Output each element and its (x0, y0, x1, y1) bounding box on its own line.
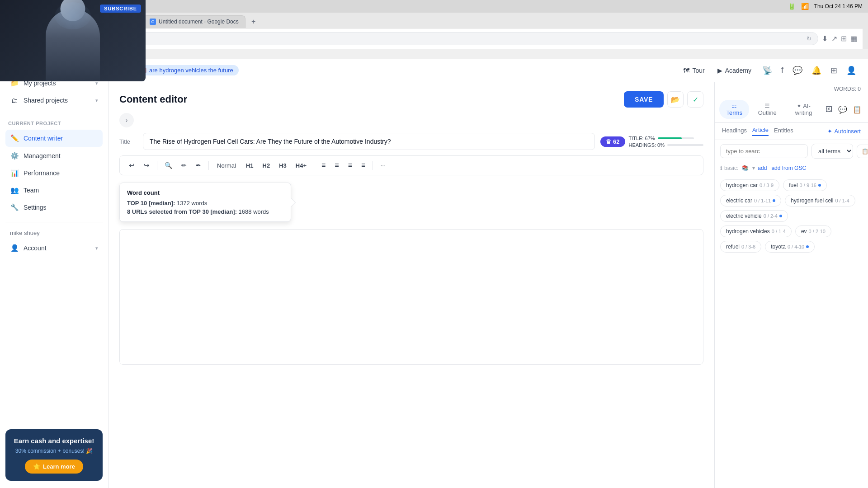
title-input[interactable] (143, 133, 595, 150)
reload-icon[interactable]: ↻ (807, 35, 811, 42)
settings-icon: 🔧 (10, 203, 19, 212)
term-count: 0 / 1-11 (754, 198, 771, 203)
management-label: Management (24, 152, 61, 160)
radio-icon[interactable]: 📡 (760, 63, 775, 78)
undo-button[interactable]: ↩ (125, 160, 138, 171)
article-subtab-label: Article (752, 127, 769, 133)
term-hydrogen-fuel-cell[interactable]: hydrogen fuel cell 0 / 1-4 (785, 195, 855, 206)
term-ev[interactable]: ev 0 / 2-10 (795, 225, 831, 237)
browser-tab-2[interactable]: G Untitled document - Google Docs (143, 15, 245, 28)
learn-more-button[interactable]: ⭐ Learn more (25, 460, 83, 474)
terms-filter-select[interactable]: all terms (811, 144, 853, 159)
h4plus-button[interactable]: H4+ (292, 160, 310, 171)
subtab-article-button[interactable]: Article (752, 127, 769, 136)
term-electric-car[interactable]: electric car 0 / 1-11 (720, 195, 781, 206)
add-icons-button[interactable]: 📚 (741, 164, 750, 172)
term-hydrogen-car[interactable]: hydrogen car 0 / 3-9 (720, 179, 779, 191)
tab-terms-button[interactable]: ⚏ Terms (719, 100, 749, 119)
tab-ai-writing-button[interactable]: ✦ AI-writing (785, 100, 822, 119)
expand-panel-button[interactable]: › (119, 113, 134, 127)
align-center-button[interactable]: ≡ (331, 160, 342, 171)
image-icon[interactable]: 🖼 (824, 103, 835, 116)
user-name: mike shuey (5, 228, 103, 238)
outline-icon: ☰ (764, 103, 770, 109)
panel-tabs: ⚏ Terms ☰ Outline ✦ AI-writing 🖼 💬 (715, 96, 868, 123)
chat-icon[interactable]: 💬 (790, 63, 805, 78)
title-score-row: TITLE: 67% (629, 136, 694, 141)
performance-icon: 📊 (10, 169, 19, 178)
sidebar-item-settings[interactable]: 🔧 Settings (5, 199, 103, 216)
term-toyota[interactable]: toyota 0 / 4-10 (765, 241, 815, 253)
search-button[interactable]: 🔍 (161, 160, 176, 171)
copy-button[interactable]: 📋 copy... ▾ (857, 145, 868, 158)
tour-button[interactable]: 🗺 Tour (679, 64, 709, 77)
sidebar-item-performance[interactable]: 📊 Performance (5, 165, 103, 181)
term-refuel[interactable]: refuel 0 / 3-6 (720, 241, 761, 253)
editor-content[interactable] (119, 229, 703, 365)
term-fuel[interactable]: fuel 0 / 9-16 (783, 179, 827, 191)
subtab-headings-button[interactable]: Headings (722, 127, 747, 136)
main-layout: Projects 📁 My projects ▾ 🗂 Shared projec… (0, 59, 868, 488)
term-text: hydrogen vehicles (726, 228, 770, 235)
subtab-entities-button[interactable]: Entities (774, 127, 793, 136)
term-electric-vehicle[interactable]: electric vehicle 0 / 2-4 (720, 210, 788, 222)
team-icon: 👥 (10, 186, 19, 195)
words-count: WORDS: 0 (715, 82, 868, 96)
sidebar-item-management[interactable]: ⚙️ Management (5, 148, 103, 164)
h1-button[interactable]: H1 (242, 160, 257, 171)
h3-button[interactable]: H3 (275, 160, 290, 171)
align-left-button[interactable]: ≡ (318, 160, 329, 171)
add-chevron-icon[interactable]: ▾ (752, 165, 755, 171)
academy-button[interactable]: ▶ Academy (713, 64, 756, 77)
download-icon[interactable]: ⬇ (822, 34, 828, 43)
top10-value: 1372 words (177, 200, 207, 206)
settings-label: Settings (24, 204, 47, 211)
folder-button[interactable]: 📂 (667, 91, 684, 108)
h2-button[interactable]: H2 (259, 160, 274, 171)
more-button[interactable]: ··· (377, 160, 389, 171)
grid-icon[interactable]: ▦ (850, 34, 857, 43)
save-button[interactable]: SAVE (624, 91, 664, 108)
info-icon: ℹ (720, 165, 722, 171)
tab-2-label: Untitled document - Google Docs (159, 19, 239, 25)
layout-icon[interactable]: ⊞ (828, 63, 840, 78)
content-row: Content editor SAVE 📂 ✓ › Title ♛ (108, 82, 868, 488)
plus-icon[interactable]: ⊞ (841, 34, 847, 43)
bell-icon[interactable]: 🔔 (809, 63, 824, 78)
search-terms-input[interactable] (720, 144, 808, 158)
term-hydrogen-vehicles[interactable]: hydrogen vehicles 0 / 1-4 (720, 225, 792, 237)
sidebar-item-content-writer[interactable]: ✏️ Content writer (5, 130, 103, 147)
sidebar-item-team[interactable]: 👥 Team (5, 182, 103, 198)
header-actions: 🗺 Tour ▶ Academy 📡 f 💬 🔔 ⊞ 👤 (679, 63, 859, 78)
align-justify-button[interactable]: ≡ (358, 160, 369, 171)
new-tab-button[interactable]: + (247, 15, 260, 28)
urls-label: 8 URLs selected from TOP 30 [median]: (127, 208, 237, 215)
add-from-gsc-button[interactable]: add from GSC (771, 165, 806, 171)
outline-label: Outline (758, 109, 777, 116)
align-right-button[interactable]: ≡ (344, 160, 356, 171)
keyword-breadcrumb[interactable]: 🇺🇸 are hydrogen vehicles the future (134, 65, 239, 75)
normal-style-button[interactable]: Normal (212, 160, 241, 171)
autoinsert-button[interactable]: ✦ Autoinsert (827, 128, 861, 135)
redo-button[interactable]: ↪ (140, 160, 153, 171)
sidebar-item-account[interactable]: 👤 Account ▾ (5, 240, 103, 256)
checkmark-button[interactable]: ✓ (687, 91, 703, 108)
term-count: 0 / 9-16 (800, 183, 816, 188)
add-button[interactable]: add (758, 165, 767, 171)
account-label: Account (24, 244, 47, 252)
user-avatar[interactable]: 👤 (844, 63, 859, 78)
facebook-icon[interactable]: f (778, 63, 786, 78)
tab-outline-button[interactable]: ☰ Outline (751, 100, 783, 119)
tab-2-favicon: G (150, 19, 156, 25)
earn-subtitle: 30% commission + bonuses! 🎉 (13, 448, 95, 454)
sidebar-item-shared-projects[interactable]: 🗂 Shared projects ▾ (5, 92, 103, 108)
pen-button[interactable]: ✏ (178, 160, 190, 171)
edit-button[interactable]: ✒ (192, 160, 205, 171)
share-icon[interactable]: ↗ (831, 34, 837, 43)
webcam-overlay: SUBSCRIBE (0, 0, 146, 81)
crown-icon: ♛ (606, 138, 611, 145)
list-icon[interactable]: 📋 (851, 103, 863, 116)
title-score-fill (658, 137, 682, 139)
wifi-icon: 📶 (801, 3, 809, 10)
comment-icon[interactable]: 💬 (836, 103, 849, 116)
